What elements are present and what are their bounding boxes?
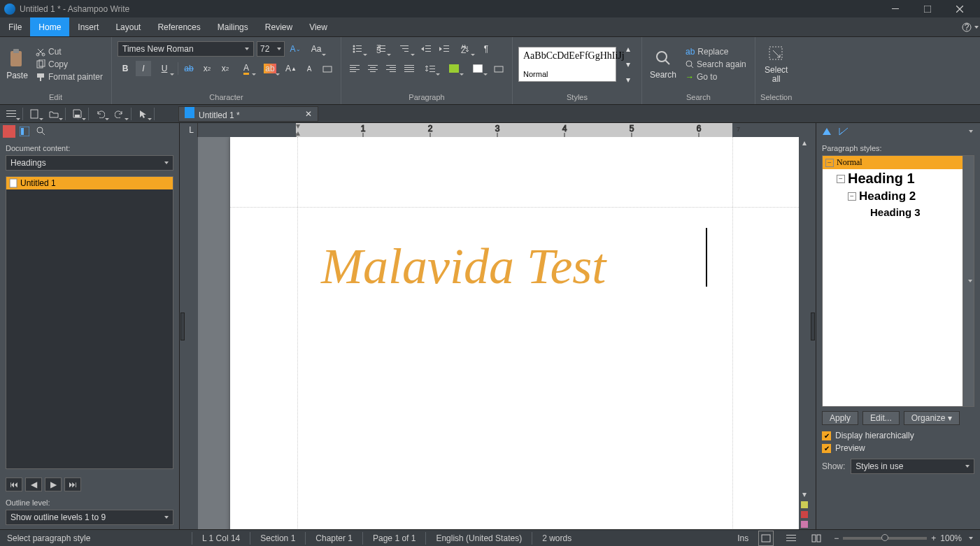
left-collapse-handle[interactable] bbox=[180, 123, 185, 529]
document-tab[interactable]: Untitled 1 * ✕ bbox=[178, 106, 318, 122]
status-page[interactable]: Page 1 of 1 bbox=[373, 533, 416, 543]
line-spacing-button[interactable] bbox=[420, 61, 441, 76]
close-tab-icon[interactable]: ✕ bbox=[305, 109, 312, 119]
search-again-button[interactable]: Search again bbox=[683, 59, 749, 70]
display-hierarchically-checkbox[interactable]: ✔Display hierarchically bbox=[816, 429, 980, 442]
status-position[interactable]: L 1 Col 14 bbox=[202, 533, 240, 543]
horizontal-ruler[interactable]: L 1 2 3 4 5 6 bbox=[185, 123, 810, 137]
borders-button[interactable] bbox=[467, 61, 488, 76]
tab-view[interactable]: View bbox=[301, 17, 336, 36]
tab-layout[interactable]: Layout bbox=[107, 17, 149, 36]
preview-checkbox[interactable]: ✔Preview bbox=[816, 442, 980, 454]
zoom-in-icon[interactable]: + bbox=[931, 533, 936, 543]
right-collapse-handle[interactable] bbox=[810, 123, 816, 529]
qat-menu-icon[interactable] bbox=[3, 106, 20, 122]
increase-indent-button[interactable] bbox=[436, 41, 452, 57]
tab-home[interactable]: Home bbox=[30, 17, 69, 36]
font-name-select[interactable]: Times New Roman bbox=[118, 41, 254, 57]
select-all-button[interactable]: Select all bbox=[761, 45, 792, 84]
expander-icon[interactable]: − bbox=[837, 175, 845, 183]
organize-style-button[interactable]: Organize ▾ bbox=[904, 411, 960, 425]
zoom-out-icon[interactable]: − bbox=[834, 533, 839, 543]
copy-button[interactable]: Copy bbox=[33, 59, 106, 70]
style-scroll-up[interactable]: ▴ bbox=[620, 41, 636, 57]
zoom-slider[interactable] bbox=[843, 537, 927, 540]
sort-button[interactable]: AZ bbox=[455, 41, 476, 57]
status-section[interactable]: Section 1 bbox=[260, 533, 295, 543]
style-row-heading1[interactable]: − Heading 1 bbox=[823, 169, 963, 188]
subscript-button[interactable]: x2 bbox=[218, 61, 233, 76]
left-mode-3-icon[interactable] bbox=[34, 124, 49, 139]
scroll-down-icon[interactable]: ▾ bbox=[800, 490, 809, 498]
change-case-button[interactable]: Aa bbox=[306, 41, 327, 57]
right-mode-1-icon[interactable] bbox=[819, 124, 835, 139]
view-normal-icon[interactable] bbox=[758, 531, 774, 546]
scroll-marker-2[interactable] bbox=[801, 511, 808, 518]
vertical-scrollbar[interactable]: ▴ ▾ bbox=[799, 137, 810, 529]
qat-pointer-icon[interactable] bbox=[134, 106, 151, 122]
cut-button[interactable]: Cut bbox=[33, 46, 106, 57]
status-language[interactable]: English (United States) bbox=[436, 533, 522, 543]
page[interactable]: Malavida Test bbox=[230, 137, 799, 529]
scroll-up-icon[interactable]: ▴ bbox=[800, 138, 809, 147]
style-row-heading2[interactable]: − Heading 2 bbox=[823, 188, 963, 205]
format-painter-button[interactable]: Format painter bbox=[33, 71, 106, 82]
view-master-icon[interactable] bbox=[783, 531, 799, 546]
pilcrow-button[interactable]: ¶ bbox=[478, 41, 494, 57]
italic-button[interactable]: I bbox=[136, 61, 151, 76]
paragraph-dialog-button[interactable] bbox=[491, 61, 506, 76]
character-dialog-button[interactable] bbox=[320, 61, 335, 76]
help-button[interactable]: ? bbox=[960, 17, 980, 36]
tab-insert[interactable]: Insert bbox=[69, 17, 107, 36]
status-wordcount[interactable]: 2 words bbox=[542, 533, 571, 543]
scroll-marker-1[interactable] bbox=[801, 501, 808, 508]
number-list-button[interactable]: 123 bbox=[371, 41, 392, 57]
style-row-normal[interactable]: − Normal bbox=[823, 156, 963, 169]
zoom-value[interactable]: 100% bbox=[940, 533, 962, 543]
vertical-ruler[interactable] bbox=[185, 137, 198, 529]
search-button[interactable]: Search bbox=[648, 49, 679, 80]
edit-style-button[interactable]: Edit... bbox=[862, 411, 900, 425]
tab-mailings[interactable]: Mailings bbox=[209, 17, 257, 36]
style-row-heading3[interactable]: Heading 3 bbox=[823, 205, 963, 220]
shrink-font-button[interactable]: A bbox=[301, 61, 317, 76]
highlight-button[interactable]: ab bbox=[260, 61, 280, 76]
styles-tree[interactable]: − Normal − Heading 1 − Heading 2 Heading… bbox=[822, 155, 963, 407]
document-text[interactable]: Malavida Test bbox=[321, 238, 606, 296]
document-content-tree[interactable]: Untitled 1 bbox=[6, 176, 173, 469]
qat-open-icon[interactable] bbox=[45, 106, 62, 122]
decrease-indent-button[interactable] bbox=[418, 41, 434, 57]
maximize-button[interactable] bbox=[911, 0, 944, 17]
multilevel-list-button[interactable] bbox=[395, 41, 416, 57]
expander-icon[interactable]: − bbox=[825, 159, 834, 167]
paste-button[interactable]: Paste bbox=[6, 48, 29, 80]
style-scroll-down[interactable]: ▾ bbox=[620, 57, 636, 72]
font-color-button[interactable]: A bbox=[236, 61, 257, 76]
minimize-button[interactable] bbox=[879, 0, 911, 17]
show-select[interactable]: Styles in use bbox=[851, 459, 974, 474]
align-right-button[interactable] bbox=[383, 61, 399, 76]
tab-references[interactable]: References bbox=[149, 17, 208, 36]
qat-redo-icon[interactable] bbox=[111, 106, 128, 122]
qat-undo-icon[interactable] bbox=[92, 106, 108, 122]
align-justify-button[interactable] bbox=[402, 61, 417, 76]
headings-filter-select[interactable]: Headings bbox=[6, 155, 173, 171]
qat-save-icon[interactable] bbox=[69, 106, 85, 122]
shading-button[interactable] bbox=[443, 61, 464, 76]
font-size-select[interactable]: 72 bbox=[257, 41, 285, 57]
style-gallery-button[interactable]: ▾ bbox=[620, 72, 636, 87]
style-normal[interactable]: AaBbCcDdEeFfGgHhIiJj Normal bbox=[518, 47, 616, 82]
bold-button[interactable]: B bbox=[118, 61, 133, 76]
grow-font-button[interactable]: A▲ bbox=[283, 61, 299, 76]
expander-icon[interactable]: − bbox=[848, 192, 856, 201]
bullet-list-button[interactable] bbox=[347, 41, 368, 57]
qat-new-icon[interactable] bbox=[26, 106, 43, 122]
left-mode-1-icon[interactable] bbox=[3, 125, 15, 138]
right-menu-icon[interactable] bbox=[962, 124, 977, 139]
styles-dropdown-button[interactable] bbox=[963, 155, 974, 407]
zoom-control[interactable]: − + 100% bbox=[834, 533, 973, 543]
superscript-button[interactable]: x2 bbox=[199, 61, 215, 76]
align-center-button[interactable] bbox=[365, 61, 381, 76]
right-mode-2-icon[interactable] bbox=[836, 124, 851, 139]
view-outline-icon[interactable] bbox=[809, 531, 824, 546]
